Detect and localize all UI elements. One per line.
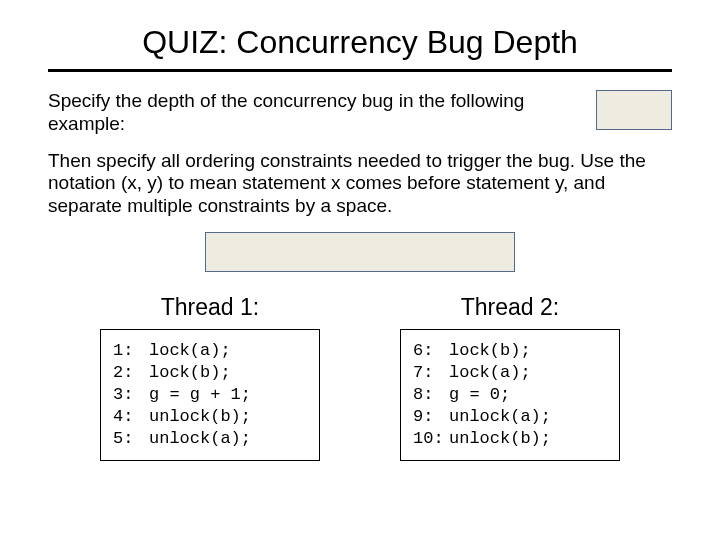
line-num: 6: bbox=[413, 340, 449, 362]
line-num: 10: bbox=[413, 428, 449, 450]
thread-1: Thread 1: 1:lock(a); 2:lock(b); 3:g = g … bbox=[100, 294, 320, 461]
line-code: lock(b); bbox=[149, 363, 231, 382]
line-code: unlock(b); bbox=[449, 429, 551, 448]
thread-2: Thread 2: 6:lock(b); 7:lock(a); 8:g = 0;… bbox=[400, 294, 620, 461]
threads-row: Thread 1: 1:lock(a); 2:lock(b); 3:g = g … bbox=[48, 294, 672, 461]
thread-1-code: 1:lock(a); 2:lock(b); 3:g = g + 1; 4:unl… bbox=[100, 329, 320, 461]
slide-title: QUIZ: Concurrency Bug Depth bbox=[48, 24, 672, 61]
depth-prompt-row: Specify the depth of the concurrency bug… bbox=[48, 90, 672, 136]
title-rule bbox=[48, 69, 672, 72]
line-code: lock(a); bbox=[149, 341, 231, 360]
line-num: 5: bbox=[113, 428, 149, 450]
line-num: 8: bbox=[413, 384, 449, 406]
thread-1-title: Thread 1: bbox=[100, 294, 320, 321]
thread-2-title: Thread 2: bbox=[400, 294, 620, 321]
line-code: unlock(b); bbox=[149, 407, 251, 426]
line-num: 1: bbox=[113, 340, 149, 362]
line-code: unlock(a); bbox=[149, 429, 251, 448]
line-code: lock(b); bbox=[449, 341, 531, 360]
constraints-input-wrap bbox=[48, 232, 672, 272]
line-code: unlock(a); bbox=[449, 407, 551, 426]
line-num: 7: bbox=[413, 362, 449, 384]
thread-2-code: 6:lock(b); 7:lock(a); 8:g = 0; 9:unlock(… bbox=[400, 329, 620, 461]
line-num: 4: bbox=[113, 406, 149, 428]
line-num: 9: bbox=[413, 406, 449, 428]
line-code: g = g + 1; bbox=[149, 385, 251, 404]
line-code: lock(a); bbox=[449, 363, 531, 382]
line-num: 2: bbox=[113, 362, 149, 384]
depth-input[interactable] bbox=[596, 90, 672, 130]
line-num: 3: bbox=[113, 384, 149, 406]
constraints-input[interactable] bbox=[205, 232, 515, 272]
depth-prompt: Specify the depth of the concurrency bug… bbox=[48, 90, 578, 136]
constraints-prompt: Then specify all ordering constraints ne… bbox=[48, 150, 672, 218]
line-code: g = 0; bbox=[449, 385, 510, 404]
